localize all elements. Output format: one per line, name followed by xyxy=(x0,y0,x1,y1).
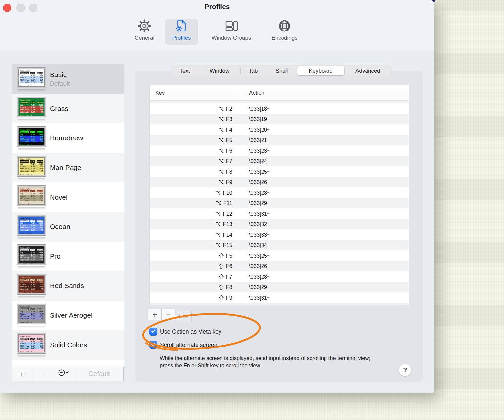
key-mapping-row[interactable]: F12\033[31~ xyxy=(150,208,409,219)
profile-name: Novel xyxy=(50,193,68,201)
key-mapping-row[interactable]: F6\033[26~ xyxy=(150,261,409,271)
globe-icon xyxy=(277,18,292,34)
key-name: F11 xyxy=(223,200,232,206)
shift-key-icon xyxy=(219,295,224,300)
profile-row-homebrew[interactable]: Terminal#COMMAND%CPURPRVTtop4.1%231KXcod… xyxy=(12,123,124,153)
column-header-action: Action xyxy=(249,90,264,96)
option-key-icon xyxy=(216,232,221,237)
thumbnail-reflection xyxy=(18,89,45,92)
profile-row-novel[interactable]: Terminal#COMMAND%CPURPRVTtop4.1%231KXcod… xyxy=(12,182,124,212)
key-mapping-row[interactable]: F7\033[24~ xyxy=(150,156,409,166)
action-value: \033[24~ xyxy=(241,158,270,164)
profile-row-ocean[interactable]: Terminal#COMMAND%CPURPRVTtop4.1%231KXcod… xyxy=(12,212,124,242)
key-mapping-row[interactable]: F5\033[21~ xyxy=(150,135,409,145)
key-mapping-row[interactable]: F3\033[19~ xyxy=(150,114,409,124)
key-mapping-row[interactable]: F6\033[23~ xyxy=(150,145,409,156)
shift-key-icon xyxy=(219,274,224,279)
use-option-as-meta-checkbox[interactable] xyxy=(149,328,157,336)
profile-row-silver-aerogel[interactable]: Terminal#COMMAND%CPURPRVTtop4.1%231KXcod… xyxy=(12,301,124,330)
scroll-alternate-screen-checkbox[interactable] xyxy=(149,341,157,349)
action-value: \033[29~ xyxy=(241,284,270,290)
remove-key-mapping-button[interactable]: − xyxy=(161,309,175,320)
toolbar-item-window-groups[interactable]: Window Groups xyxy=(205,18,258,46)
key-mapping-row[interactable]: F2\033[18~ xyxy=(150,103,409,114)
tab-shell[interactable]: Shell xyxy=(266,65,297,76)
key-mapping-row[interactable]: F11\033[29~ xyxy=(150,198,409,208)
profile-thumbnail: Terminal#COMMAND%CPURPRVTtop4.1%231KXcod… xyxy=(17,185,46,206)
key-name: F9 xyxy=(226,295,232,301)
toolbar-item-profiles[interactable]: Profiles xyxy=(155,18,208,46)
shift-key-icon xyxy=(219,263,224,269)
shift-key-icon xyxy=(219,253,224,258)
option-key-icon xyxy=(219,117,224,121)
key-mapping-row[interactable]: F15\033[34~ xyxy=(150,240,409,250)
gear-icon xyxy=(137,18,152,34)
shift-key-icon xyxy=(219,263,224,269)
profile-thumbnail: Terminal#COMMAND%CPURPRVTtop4.1%231KXcod… xyxy=(17,67,46,88)
tab-advanced[interactable]: Advanced xyxy=(344,65,391,76)
checkbox-label: Use Option as Meta key xyxy=(160,328,221,335)
tab-keyboard[interactable]: Keyboard xyxy=(297,66,344,75)
shift-key-icon xyxy=(219,253,224,258)
terminal-preferences-window: Profiles xyxy=(0,0,434,393)
edit-key-mapping-button[interactable]: Edit xyxy=(176,310,192,322)
thumbnail-reflection xyxy=(18,119,45,121)
add-profile-button[interactable]: + xyxy=(12,367,32,381)
toolbar-label: General xyxy=(135,35,154,41)
key-mapping-row[interactable]: F7\033[28~ xyxy=(150,271,409,282)
option-key-icon xyxy=(219,127,224,132)
profile-row-solid-colors[interactable]: Terminal#COMMAND%CPURPRVTtop4.1%231KXcod… xyxy=(12,330,124,360)
option-key-icon xyxy=(216,222,221,226)
option-key-icon xyxy=(216,190,221,195)
set-default-button[interactable]: Default xyxy=(75,367,123,381)
tab-window[interactable]: Window xyxy=(199,65,240,76)
key-mapping-row[interactable]: F5\033[25~ xyxy=(150,250,409,261)
option-key-icon xyxy=(219,169,224,174)
profile-row-grass[interactable]: Terminal#COMMAND%CPURPRVTtop4.1%231KXcod… xyxy=(12,94,124,123)
more-options-button[interactable] xyxy=(52,367,75,381)
profile-name: Silver Aerogel xyxy=(50,311,93,319)
option-key-icon xyxy=(219,159,224,163)
checkbox-label: Scroll alternate screen xyxy=(160,342,217,348)
profile-label: Homebrew xyxy=(50,123,83,153)
action-value: \033[28~ xyxy=(241,274,270,280)
profile-row-pro[interactable]: Terminal#COMMAND%CPURPRVTtop4.1%231KXcod… xyxy=(12,242,124,271)
tab-text[interactable]: Text xyxy=(171,65,199,76)
option-key-icon xyxy=(216,190,221,195)
profile-row-basic[interactable]: Terminal#COMMAND%CPURPRVTtop4.1%231KXcod… xyxy=(12,64,124,94)
remove-profile-button[interactable]: − xyxy=(32,367,52,381)
key-mapping-row[interactable]: F8\033[29~ xyxy=(150,282,409,292)
add-key-mapping-button[interactable]: + xyxy=(148,309,161,320)
toolbar-label: Encodings xyxy=(271,35,297,41)
option-key-icon xyxy=(216,201,221,205)
thumbnail-reflection xyxy=(18,355,45,357)
profile-name: Basic xyxy=(50,71,70,79)
partial-row-sliver xyxy=(150,303,409,305)
toolbar-item-encodings[interactable]: Encodings xyxy=(258,18,311,46)
key-mappings-table: Key Action F2\033[18~F3\033[19~F4\033[20… xyxy=(149,85,409,305)
profile-row-man-page[interactable]: Terminal#COMMAND%CPURPRVTtop4.1%231KXcod… xyxy=(12,153,124,182)
key-name: F7 xyxy=(226,158,232,164)
profile-thumbnail: Terminal#COMMAND%CPURPRVTtop4.1%231KXcod… xyxy=(17,244,46,265)
key-mapping-row[interactable]: F10\033[28~ xyxy=(150,187,409,198)
key-mapping-row[interactable]: F9\033[26~ xyxy=(150,177,409,187)
profile-row-red-sands[interactable]: Terminal#COMMAND%CPURPRVTtop4.1%231KXcod… xyxy=(12,271,124,301)
profile-label: BasicDefault xyxy=(50,64,70,94)
window-title: Profiles xyxy=(0,3,434,10)
key-mapping-row[interactable]: F4\033[20~ xyxy=(150,124,409,135)
thumbnail-reflection xyxy=(18,296,45,298)
profile-list-footer: + − Default xyxy=(12,367,124,381)
key-mapping-row[interactable]: F9\033[31~ xyxy=(150,292,409,303)
key-mapping-row[interactable]: F8\033[25~ xyxy=(150,166,409,177)
option-key-icon xyxy=(219,127,224,132)
key-mapping-row[interactable]: F14\033[33~ xyxy=(150,229,409,240)
help-button[interactable]: ? xyxy=(399,364,411,376)
option-key-icon xyxy=(219,138,224,142)
key-name: F6 xyxy=(226,148,232,154)
profile-label: Grass xyxy=(50,94,68,123)
scroll-alternate-screen-row: Scroll alternate screen xyxy=(149,341,217,349)
profile-name: Solid Colors xyxy=(50,341,87,349)
action-value: \033[25~ xyxy=(241,253,270,259)
tab-tab[interactable]: Tab xyxy=(241,65,266,76)
key-mapping-row[interactable]: F13\033[32~ xyxy=(150,219,409,229)
